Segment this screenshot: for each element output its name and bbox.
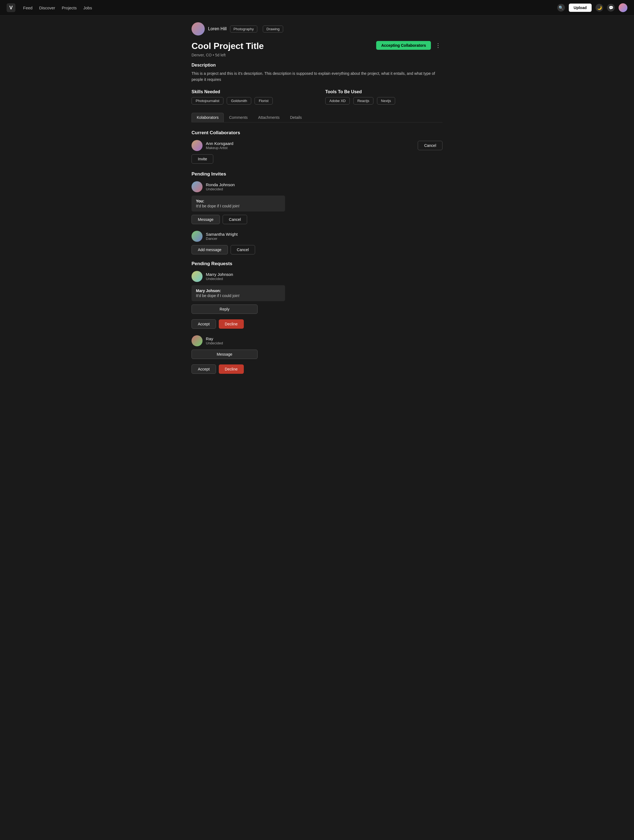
invite-ronda-message-text: It'd be dope if I could join! bbox=[196, 204, 281, 208]
invite-samantha-info: Samantha Wright Dancer bbox=[206, 232, 443, 241]
cancel-ann-button[interactable]: Cancel bbox=[418, 141, 443, 150]
pending-request-marry: Marry Johnson Undecided Mary Johson: It'… bbox=[191, 271, 443, 329]
request-marry-message-label: Mary Johson: bbox=[196, 289, 281, 293]
skills-col: Skills Needed Photojournalist Goldsmith … bbox=[191, 89, 309, 106]
project-header: Cool Project Title Accepting Collaborato… bbox=[191, 41, 443, 51]
tool-adobe-xd[interactable]: Adobe XD bbox=[325, 97, 350, 104]
project-location: Denver, CO bbox=[191, 53, 212, 57]
request-marry-message-text: It'd be dope if I could join! bbox=[196, 294, 281, 298]
cancel-ronda-button[interactable]: Cancel bbox=[223, 215, 247, 224]
collaborator-ann-info: Ann Korsgaard Makeup Artist bbox=[206, 141, 414, 150]
request-marry-accept-decline: Accept Decline bbox=[191, 319, 443, 329]
theme-icon[interactable]: 🌙 bbox=[596, 4, 603, 11]
description-heading: Description bbox=[191, 63, 443, 68]
invite-samantha-name: Samantha Wright bbox=[206, 232, 443, 237]
main-container: Loren Hill Photography Drawing Cool Proj… bbox=[185, 16, 449, 387]
invite-samantha-avatar bbox=[191, 231, 202, 242]
accept-marry-button[interactable]: Accept bbox=[191, 319, 216, 329]
invite-ronda-row: Ronda Johnson Undecided bbox=[191, 181, 443, 192]
request-marry-name: Marry Johnson bbox=[206, 272, 443, 277]
invite-ronda-info: Ronda Johnson Undecided bbox=[206, 182, 443, 191]
request-marry-avatar bbox=[191, 271, 202, 282]
skills-heading: Skills Needed bbox=[191, 89, 309, 94]
invite-samantha-actions: Add message Cancel bbox=[191, 245, 443, 254]
cancel-samantha-button[interactable]: Cancel bbox=[231, 245, 255, 254]
tools-heading: Tools To Be Used bbox=[325, 89, 443, 94]
invite-samantha-row: Samantha Wright Dancer bbox=[191, 231, 443, 242]
accepting-collaborators-button[interactable]: Accepting Collaborators bbox=[376, 41, 431, 50]
collaborator-ann: Ann Korsgaard Makeup Artist Cancel bbox=[191, 140, 443, 151]
collaborator-ann-avatar bbox=[191, 140, 202, 151]
skills-tools-row: Skills Needed Photojournalist Goldsmith … bbox=[191, 89, 443, 106]
description-text: This is a project and this is it's descr… bbox=[191, 70, 443, 83]
message-ronda-button[interactable]: Message bbox=[191, 215, 220, 224]
request-marry-info: Marry Johnson Undecided bbox=[206, 272, 443, 281]
collaborator-ann-role: Makeup Artist bbox=[206, 146, 414, 150]
user-row: Loren Hill Photography Drawing bbox=[191, 22, 443, 35]
messages-icon[interactable]: 💬 bbox=[607, 4, 615, 11]
request-marry-message: Mary Johson: It'd be dope if I could joi… bbox=[191, 285, 285, 301]
user-tag-drawing[interactable]: Drawing bbox=[263, 25, 283, 32]
request-marry-role: Undecided bbox=[206, 277, 443, 281]
search-icon[interactable]: 🔍 bbox=[557, 4, 565, 11]
user-avatar-nav[interactable] bbox=[618, 3, 628, 12]
invite-ronda-message: You: It'd be dope if I could join! bbox=[191, 196, 285, 212]
user-profile-avatar[interactable] bbox=[191, 22, 205, 35]
header-right: Accepting Collaborators ⋮ bbox=[376, 41, 443, 50]
nav-jobs[interactable]: Jobs bbox=[83, 5, 92, 10]
pending-invite-ronda: Ronda Johnson Undecided You: It'd be dop… bbox=[191, 181, 443, 224]
add-message-samantha-button[interactable]: Add message bbox=[191, 245, 228, 254]
tab-attachments[interactable]: Attachments bbox=[253, 113, 285, 122]
tools-col: Tools To Be Used Adobe XD Reactjs Nextjs bbox=[325, 89, 443, 106]
project-meta: Denver, CO • 5d left bbox=[191, 53, 443, 57]
tabs: Kolaborators Comments Attachments Detail… bbox=[191, 113, 443, 122]
decline-ray-button[interactable]: Decline bbox=[219, 365, 244, 374]
user-name: Loren Hill bbox=[208, 27, 227, 32]
navbar: V Feed Discover Projects Jobs 🔍 Upload 🌙… bbox=[0, 0, 634, 16]
request-ray-info: Ray Undecided bbox=[206, 336, 443, 345]
pending-requests-heading: Pending Requests bbox=[191, 261, 443, 267]
request-ray-avatar bbox=[191, 335, 202, 346]
request-ray-message-action: Message bbox=[191, 350, 443, 359]
invite-ronda-actions: Message Cancel bbox=[191, 215, 443, 224]
pending-invites-heading: Pending Invites bbox=[191, 171, 443, 177]
user-tag-photography[interactable]: Photography bbox=[230, 25, 258, 32]
decline-marry-button[interactable]: Decline bbox=[219, 319, 244, 329]
request-marry-reply-action: Reply bbox=[191, 305, 443, 314]
skill-florist[interactable]: Florist bbox=[255, 97, 272, 104]
invite-ronda-role: Undecided bbox=[206, 187, 443, 191]
reply-marry-button[interactable]: Reply bbox=[191, 305, 258, 314]
skill-goldsmith[interactable]: Goldsmith bbox=[227, 97, 251, 104]
invite-ronda-name: Ronda Johnson bbox=[206, 182, 443, 187]
nav-projects[interactable]: Projects bbox=[62, 5, 77, 10]
tool-reactjs[interactable]: Reactjs bbox=[353, 97, 373, 104]
request-ray-row: Ray Undecided bbox=[191, 335, 443, 346]
nav-logo: V bbox=[6, 3, 16, 12]
tab-details[interactable]: Details bbox=[285, 113, 307, 122]
request-ray-accept-decline: Accept Decline bbox=[191, 365, 443, 374]
tool-nextjs[interactable]: Nextjs bbox=[377, 97, 395, 104]
invite-button[interactable]: Invite bbox=[191, 154, 213, 164]
pending-invite-samantha: Samantha Wright Dancer Add message Cance… bbox=[191, 231, 443, 254]
collaborator-ann-name: Ann Korsgaard bbox=[206, 141, 414, 146]
request-marry-row: Marry Johnson Undecided bbox=[191, 271, 443, 282]
accept-ray-button[interactable]: Accept bbox=[191, 365, 216, 374]
upload-button[interactable]: Upload bbox=[569, 3, 591, 12]
message-ray-button[interactable]: Message bbox=[191, 350, 258, 359]
nav-right: 🔍 Upload 🌙 💬 bbox=[557, 3, 628, 12]
tab-comments[interactable]: Comments bbox=[224, 113, 253, 122]
project-separator: • bbox=[213, 53, 215, 57]
invite-ronda-avatar bbox=[191, 181, 202, 192]
project-title: Cool Project Title bbox=[191, 41, 264, 51]
more-options-button[interactable]: ⋮ bbox=[434, 41, 443, 50]
invite-samantha-role: Dancer bbox=[206, 237, 443, 241]
nav-feed[interactable]: Feed bbox=[23, 5, 32, 10]
request-ray-role: Undecided bbox=[206, 341, 443, 345]
invite-ronda-message-label: You: bbox=[196, 199, 281, 203]
nav-discover[interactable]: Discover bbox=[39, 5, 55, 10]
pending-request-ray: Ray Undecided Message Accept Decline bbox=[191, 335, 443, 374]
request-ray-name: Ray bbox=[206, 336, 443, 341]
current-collaborators-heading: Current Collaborators bbox=[191, 130, 443, 136]
skill-photojournalist[interactable]: Photojournalist bbox=[191, 97, 223, 104]
tab-kolaborators[interactable]: Kolaborators bbox=[191, 113, 224, 122]
